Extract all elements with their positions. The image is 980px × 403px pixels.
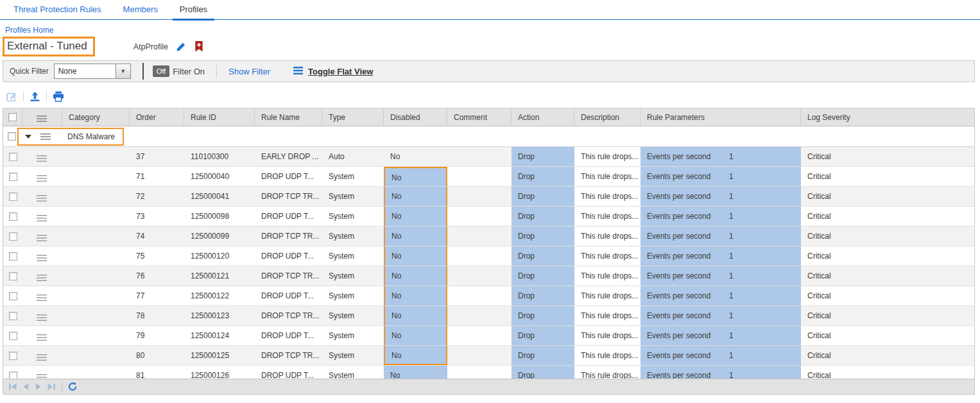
drag-handle-icon[interactable] xyxy=(40,131,51,142)
tab-profiles[interactable]: Profiles xyxy=(169,0,218,19)
show-filter-link[interactable]: Show Filter xyxy=(228,67,270,76)
row-checkbox[interactable] xyxy=(9,312,17,320)
comment-cell xyxy=(447,266,511,286)
table-row[interactable]: 77125000122DROP UDP T...SystemNoDropThis… xyxy=(3,286,974,306)
table-row[interactable]: 79125000124DROP UDP T...SystemNoDropThis… xyxy=(3,326,974,346)
column-header-rule-name[interactable]: Rule Name xyxy=(255,108,322,126)
rule-param-name: Events per second xyxy=(647,152,729,166)
rule-param-name: Events per second xyxy=(647,351,729,365)
table-row[interactable]: 71125000040DROP UDP T...SystemNoDropThis… xyxy=(3,167,974,187)
rule-name-cell: EARLY DROP ... xyxy=(255,147,322,166)
row-checkbox[interactable] xyxy=(9,232,17,241)
table-row[interactable]: 73125000098DROP UDP T...SystemNoDropThis… xyxy=(3,207,974,227)
row-checkbox[interactable] xyxy=(9,352,17,360)
tab-threat-protection-rules[interactable]: Threat Protection Rules xyxy=(3,0,112,19)
drag-handle-icon[interactable] xyxy=(37,354,47,363)
description-cell: This rule drops... xyxy=(574,286,640,305)
column-header-type[interactable]: Type xyxy=(322,108,384,126)
toggle-flat-view-button[interactable]: Toggle Flat View xyxy=(293,65,373,77)
drag-handle-icon[interactable] xyxy=(37,373,47,379)
rule-name-cell: DROP UDP T... xyxy=(255,207,322,226)
table-row[interactable]: 72125000041DROP TCP TR...SystemNoDropThi… xyxy=(3,187,974,207)
comment-cell xyxy=(447,326,511,345)
row-checkbox[interactable] xyxy=(9,252,17,261)
print-icon[interactable] xyxy=(53,91,64,102)
last-page-icon[interactable] xyxy=(46,381,57,393)
rule-param-name: Events per second xyxy=(647,331,729,345)
filter-toggle-off-badge[interactable]: Off xyxy=(153,65,169,77)
table-row[interactable]: 74125000099DROP TCP TR...SystemNoDropThi… xyxy=(3,227,974,246)
drag-handle-icon[interactable] xyxy=(37,334,47,343)
tab-members[interactable]: Members xyxy=(112,0,169,19)
drag-handle-icon[interactable] xyxy=(37,254,47,263)
rule-id-cell: 125000124 xyxy=(184,326,255,345)
action-cell: Drop xyxy=(511,306,574,325)
row-checkbox[interactable] xyxy=(9,173,17,181)
rule-parameters-cell: Events per second1 xyxy=(640,246,801,266)
row-checkbox[interactable] xyxy=(9,212,17,221)
refresh-icon[interactable] xyxy=(67,381,78,393)
table-row[interactable]: 76125000121DROP TCP TR...SystemNoDropThi… xyxy=(3,266,974,286)
previous-page-icon[interactable] xyxy=(20,381,31,393)
drag-handle-icon[interactable] xyxy=(37,234,47,243)
drag-handle-icon[interactable] xyxy=(37,155,47,164)
chevron-down-icon[interactable]: ▼ xyxy=(116,64,130,78)
row-handle-cell xyxy=(22,227,62,246)
category-cell xyxy=(62,147,130,166)
table-row[interactable]: 81125000126DROP UDP T...SystemNoDropThis… xyxy=(3,366,974,379)
drag-handle-icon[interactable] xyxy=(37,194,47,203)
first-page-icon[interactable] xyxy=(7,381,19,393)
grid-toolbar xyxy=(6,86,975,107)
quick-filter-select[interactable]: None ▼ xyxy=(54,64,131,79)
disabled-cell: No xyxy=(384,227,447,246)
column-header-action[interactable]: Action xyxy=(511,108,574,126)
disabled-cell: No xyxy=(384,147,447,166)
collapse-arrow-icon[interactable] xyxy=(25,135,31,139)
column-header-description[interactable]: Description xyxy=(574,108,640,126)
type-cell: System xyxy=(322,167,384,186)
row-checkbox[interactable] xyxy=(9,292,17,300)
select-all-checkbox[interactable] xyxy=(8,113,17,121)
action-cell: Drop xyxy=(511,346,574,365)
drag-handle-icon[interactable] xyxy=(37,314,47,323)
filter-on-label: Filter On xyxy=(173,67,205,76)
column-header-rule-id[interactable]: Rule ID xyxy=(184,108,255,126)
edit-pencil-icon[interactable] xyxy=(176,41,187,52)
row-handle-cell xyxy=(22,286,62,305)
breadcrumb-profiles-home[interactable]: Profiles Home xyxy=(5,26,53,35)
column-header-comment[interactable]: Comment xyxy=(447,108,511,126)
table-row[interactable]: 80125000125DROP TCP TR...SystemNoDropThi… xyxy=(3,346,974,366)
next-page-icon[interactable] xyxy=(33,381,44,393)
column-header-rule-parameters[interactable]: Rule Parameters xyxy=(640,108,801,126)
group-category-label: DNS Malware xyxy=(67,132,115,141)
add-bookmark-icon[interactable] xyxy=(194,41,203,52)
row-checkbox[interactable] xyxy=(9,372,17,379)
drag-handle-icon[interactable] xyxy=(37,214,47,223)
column-header-log-severity[interactable]: Log Severity xyxy=(801,108,974,126)
rule-name-cell: DROP UDP T... xyxy=(255,366,322,379)
group-row-dns-malware[interactable]: DNS Malware xyxy=(3,126,974,147)
row-checkbox[interactable] xyxy=(9,272,17,280)
table-row[interactable]: 37110100300EARLY DROP ...AutoNoDropThis … xyxy=(3,147,974,167)
row-handle-cell xyxy=(22,326,62,345)
table-row[interactable]: 75125000120DROP UDP T...SystemNoDropThis… xyxy=(3,246,974,266)
action-cell: Drop xyxy=(511,266,574,286)
row-checkbox[interactable] xyxy=(9,193,17,201)
group-checkbox[interactable] xyxy=(8,132,16,141)
row-checkbox-cell xyxy=(3,366,22,379)
row-handle-cell xyxy=(22,167,62,186)
type-cell: System xyxy=(322,246,384,266)
drag-handle-icon[interactable] xyxy=(37,294,47,303)
table-row[interactable]: 78125000123DROP TCP TR...SystemNoDropThi… xyxy=(3,306,974,326)
rule-param-name: Events per second xyxy=(647,212,729,226)
column-header-category[interactable]: Category xyxy=(62,108,130,126)
row-checkbox[interactable] xyxy=(9,332,17,340)
comment-cell xyxy=(447,227,511,246)
rule-param-name: Events per second xyxy=(647,252,729,266)
row-checkbox[interactable] xyxy=(9,153,17,161)
column-header-disabled[interactable]: Disabled xyxy=(384,108,447,126)
column-header-order[interactable]: Order xyxy=(130,108,184,126)
drag-handle-icon[interactable] xyxy=(37,175,47,184)
upload-icon[interactable] xyxy=(30,91,40,102)
drag-handle-icon[interactable] xyxy=(37,274,47,283)
